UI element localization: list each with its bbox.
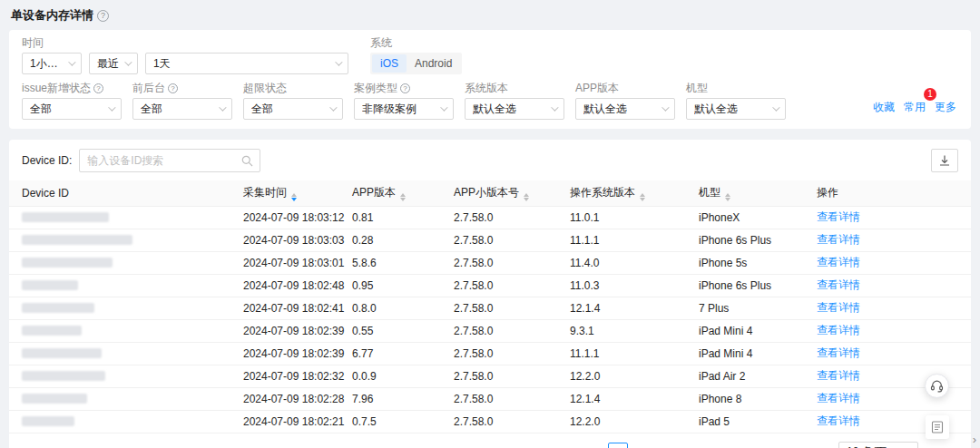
table-toolbar: Device ID: bbox=[9, 140, 971, 180]
view-detail-link[interactable]: 查看详情 bbox=[817, 392, 860, 404]
filter-select[interactable]: 默认全选 bbox=[465, 98, 564, 120]
filter-field: issue新增状态 ? 全部 bbox=[22, 82, 122, 120]
notification-badge: 1 bbox=[924, 88, 936, 101]
page-size-select[interactable]: 10 条/页 bbox=[838, 442, 918, 448]
column-header[interactable]: 采集时间 bbox=[236, 180, 345, 206]
filter-select-value: 默认全选 bbox=[583, 102, 627, 117]
filter-select-value: 全部 bbox=[251, 102, 273, 117]
info-icon[interactable]: ? bbox=[400, 83, 410, 93]
search-icon bbox=[241, 155, 253, 167]
filter-select[interactable]: 全部 bbox=[22, 98, 122, 120]
column-header[interactable]: APP小版本号 bbox=[446, 180, 563, 206]
filter-field: 案例类型 ? 非降级案例 bbox=[354, 82, 454, 120]
view-detail-link[interactable]: 查看详情 bbox=[817, 256, 860, 268]
view-detail-link[interactable]: 查看详情 bbox=[817, 210, 860, 223]
filter-field-label: 系统版本 bbox=[465, 82, 564, 95]
page-button-1[interactable]: 1 bbox=[608, 443, 628, 448]
page-button-2[interactable]: 2 bbox=[635, 443, 655, 448]
system-ios-button[interactable]: iOS bbox=[372, 54, 407, 73]
filter-select[interactable]: 非降级案例 bbox=[354, 98, 454, 120]
filter-select[interactable]: 全部 bbox=[243, 98, 343, 120]
system-android-button[interactable]: Android bbox=[407, 54, 460, 73]
device-id-search-input[interactable] bbox=[79, 149, 260, 172]
device-id-label: Device ID: bbox=[22, 154, 72, 167]
cell-device-id bbox=[9, 365, 236, 387]
sort-icon[interactable] bbox=[725, 193, 730, 202]
cell-app-minor-version: 2.7.58.0 bbox=[446, 365, 563, 387]
table-row: 2024-07-09 18:03:03 0.28 2.7.58.0 11.1.1… bbox=[9, 229, 971, 251]
more-link[interactable]: 更多 bbox=[935, 100, 956, 115]
column-header[interactable]: 机型 bbox=[691, 180, 809, 206]
view-detail-link[interactable]: 查看详情 bbox=[817, 233, 860, 246]
filter-field: 超限状态 全部 bbox=[243, 82, 343, 120]
table-row: 2024-07-09 18:02:32 0.0.9 2.7.58.0 12.2.… bbox=[9, 365, 971, 387]
view-detail-link[interactable]: 查看详情 bbox=[817, 324, 860, 336]
cell-app-version: 0.28 bbox=[345, 229, 446, 251]
page-button-4[interactable]: 4 bbox=[690, 443, 710, 448]
table-panel: Device ID: Device ID采集时间APP版本APP小版本号操作系统… bbox=[9, 140, 971, 448]
view-detail-link[interactable]: 查看详情 bbox=[817, 414, 860, 427]
pagination-prev-button[interactable]: ‹ bbox=[581, 443, 601, 448]
device-id-redacted bbox=[22, 258, 113, 268]
table-row: 2024-07-09 18:02:48 0.95 2.7.58.0 11.0.3… bbox=[9, 274, 971, 297]
time-mode-select[interactable]: 最近 bbox=[89, 53, 138, 74]
device-id-redacted bbox=[22, 303, 94, 313]
filter-select[interactable]: 默认全选 bbox=[686, 98, 786, 120]
page-button-1234[interactable]: 1234 bbox=[772, 443, 804, 448]
pagination: ‹ 12345•••1234 › 10 条/页 bbox=[9, 433, 971, 448]
cell-app-minor-version: 2.7.58.0 bbox=[446, 297, 563, 319]
cell-collect-time: 2024-07-09 18:02:39 bbox=[236, 319, 345, 342]
cell-app-version: 0.8.0 bbox=[345, 297, 446, 319]
cell-collect-time: 2024-07-09 18:02:21 bbox=[236, 410, 345, 433]
cell-app-minor-version: 2.7.58.0 bbox=[446, 206, 563, 229]
chevron-down-icon bbox=[440, 103, 447, 111]
cell-model: iPad Air 2 bbox=[691, 365, 809, 387]
view-detail-link[interactable]: 查看详情 bbox=[817, 346, 860, 359]
cell-collect-time: 2024-07-09 18:02:41 bbox=[236, 297, 345, 319]
cell-app-minor-version: 2.7.58.0 bbox=[446, 319, 563, 342]
device-id-redacted bbox=[22, 394, 87, 404]
view-detail-link[interactable]: 查看详情 bbox=[817, 301, 860, 314]
sort-icon[interactable] bbox=[291, 193, 297, 202]
page-size-value: 10 条/页 bbox=[847, 444, 887, 448]
cell-model: iPhoneX bbox=[691, 206, 809, 229]
column-header: 操作 bbox=[809, 180, 971, 206]
common-link[interactable]: 常用 bbox=[904, 100, 926, 115]
cell-model: iPad Mini 4 bbox=[691, 319, 809, 342]
cell-model: 7 Plus bbox=[691, 297, 809, 319]
cell-device-id bbox=[9, 319, 236, 342]
time-granularity-select[interactable]: 1小时... bbox=[22, 53, 82, 74]
column-header[interactable]: 操作系统版本 bbox=[563, 180, 691, 206]
pagination-next-button[interactable]: › bbox=[811, 443, 831, 448]
cell-model: iPad 5 bbox=[691, 410, 809, 433]
page-info-icon[interactable]: ? bbox=[97, 10, 109, 22]
view-detail-link[interactable]: 查看详情 bbox=[817, 278, 860, 291]
filter-field-label: 超限状态 bbox=[243, 82, 343, 95]
table-row: 2024-07-09 18:02:28 7.96 2.7.58.0 12.1.4… bbox=[9, 387, 971, 410]
time-range-select[interactable]: 1天 bbox=[145, 53, 348, 74]
sort-icon[interactable] bbox=[400, 193, 406, 202]
device-id-redacted bbox=[22, 212, 109, 222]
page-button-5[interactable]: 5 bbox=[717, 443, 737, 448]
filter-select[interactable]: 全部 bbox=[132, 98, 232, 120]
favorite-link[interactable]: 收藏 bbox=[873, 100, 895, 115]
view-detail-link[interactable]: 查看详情 bbox=[817, 369, 860, 382]
column-header[interactable]: APP版本 bbox=[345, 180, 446, 206]
download-button[interactable] bbox=[931, 149, 958, 172]
cell-app-version: 6.77 bbox=[345, 342, 446, 365]
feedback-float-button[interactable] bbox=[925, 374, 949, 398]
expand-panel-button[interactable]: › bbox=[973, 433, 976, 445]
time-label: 时间 bbox=[22, 36, 348, 50]
docs-float-button[interactable] bbox=[926, 415, 949, 439]
filter-select[interactable]: 默认全选 bbox=[575, 98, 675, 120]
cell-app-minor-version: 2.7.58.0 bbox=[446, 342, 563, 365]
page-numbers: 12345•••1234 bbox=[608, 443, 804, 448]
document-icon bbox=[930, 420, 945, 434]
sort-icon[interactable] bbox=[524, 193, 529, 202]
info-icon[interactable]: ? bbox=[168, 83, 178, 93]
cell-app-minor-version: 2.7.58.0 bbox=[446, 387, 563, 410]
cell-collect-time: 2024-07-09 18:03:03 bbox=[236, 229, 345, 251]
page-button-3[interactable]: 3 bbox=[662, 443, 682, 448]
info-icon[interactable]: ? bbox=[93, 83, 103, 93]
sort-icon[interactable] bbox=[640, 193, 645, 202]
